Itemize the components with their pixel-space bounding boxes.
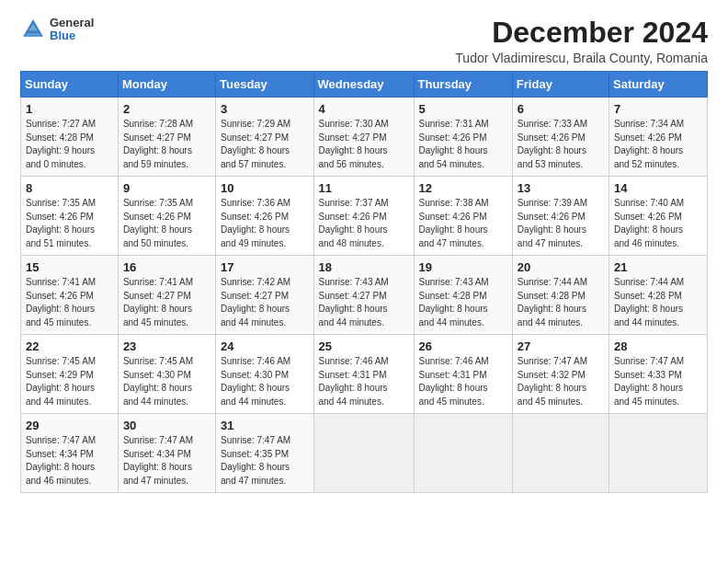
day-number: 2 — [123, 102, 210, 116]
day-info: Sunrise: 7:45 AMSunset: 4:29 PMDaylight:… — [26, 355, 113, 408]
day-info: Sunrise: 7:31 AMSunset: 4:26 PMDaylight:… — [419, 118, 507, 171]
title-area: December 2024 Tudor Vladimirescu, Braila… — [455, 17, 708, 65]
day-number: 18 — [319, 260, 409, 274]
logo: General Blue — [20, 17, 94, 43]
calendar-cell: 24Sunrise: 7:46 AMSunset: 4:30 PMDayligh… — [216, 335, 313, 414]
day-number: 27 — [518, 339, 604, 353]
logo-icon — [20, 17, 46, 42]
day-info: Sunrise: 7:46 AMSunset: 4:31 PMDaylight:… — [419, 355, 507, 408]
day-info: Sunrise: 7:37 AMSunset: 4:26 PMDaylight:… — [319, 197, 409, 250]
logo-general: General — [50, 17, 94, 29]
calendar-header-thursday: Thursday — [414, 72, 512, 98]
calendar-cell: 14Sunrise: 7:40 AMSunset: 4:26 PMDayligh… — [609, 177, 707, 256]
calendar-cell: 28Sunrise: 7:47 AMSunset: 4:33 PMDayligh… — [609, 335, 707, 414]
day-info: Sunrise: 7:41 AMSunset: 4:26 PMDaylight:… — [26, 276, 113, 329]
calendar-cell: 15Sunrise: 7:41 AMSunset: 4:26 PMDayligh… — [21, 256, 119, 335]
day-number: 13 — [518, 181, 604, 195]
day-number: 9 — [123, 181, 210, 195]
day-info: Sunrise: 7:46 AMSunset: 4:31 PMDaylight:… — [319, 355, 409, 408]
calendar-cell: 22Sunrise: 7:45 AMSunset: 4:29 PMDayligh… — [21, 335, 119, 414]
day-info: Sunrise: 7:46 AMSunset: 4:30 PMDaylight:… — [221, 355, 308, 408]
calendar-cell: 2Sunrise: 7:28 AMSunset: 4:27 PMDaylight… — [118, 98, 215, 177]
calendar-week-0: 1Sunrise: 7:27 AMSunset: 4:28 PMDaylight… — [21, 98, 708, 177]
calendar-cell: 17Sunrise: 7:42 AMSunset: 4:27 PMDayligh… — [216, 256, 313, 335]
day-number: 25 — [319, 339, 409, 353]
day-info: Sunrise: 7:41 AMSunset: 4:27 PMDaylight:… — [123, 276, 210, 329]
svg-rect-2 — [28, 31, 39, 34]
day-number: 21 — [614, 260, 702, 274]
day-number: 19 — [419, 260, 507, 274]
logo-blue: Blue — [50, 29, 94, 42]
day-number: 6 — [518, 102, 604, 116]
day-number: 26 — [419, 339, 507, 353]
header: General Blue December 2024 Tudor Vladimi… — [20, 17, 708, 65]
calendar-cell: 18Sunrise: 7:43 AMSunset: 4:27 PMDayligh… — [313, 256, 414, 335]
calendar-cell: 16Sunrise: 7:41 AMSunset: 4:27 PMDayligh… — [118, 256, 215, 335]
calendar-cell: 27Sunrise: 7:47 AMSunset: 4:32 PMDayligh… — [512, 335, 609, 414]
calendar-header-tuesday: Tuesday — [216, 72, 313, 98]
day-info: Sunrise: 7:33 AMSunset: 4:26 PMDaylight:… — [518, 118, 604, 171]
day-number: 4 — [319, 102, 409, 116]
calendar-cell: 23Sunrise: 7:45 AMSunset: 4:30 PMDayligh… — [118, 335, 215, 414]
calendar-cell: 9Sunrise: 7:35 AMSunset: 4:26 PMDaylight… — [118, 177, 215, 256]
calendar-header-sunday: Sunday — [21, 72, 119, 98]
page: General Blue December 2024 Tudor Vladimi… — [0, 0, 728, 563]
day-number: 1 — [26, 102, 113, 116]
day-info: Sunrise: 7:47 AMSunset: 4:35 PMDaylight:… — [221, 434, 308, 488]
calendar-header-wednesday: Wednesday — [313, 72, 414, 98]
day-info: Sunrise: 7:35 AMSunset: 4:26 PMDaylight:… — [26, 197, 113, 250]
day-number: 5 — [419, 102, 507, 116]
calendar-cell: 7Sunrise: 7:34 AMSunset: 4:26 PMDaylight… — [609, 98, 707, 177]
day-number: 16 — [123, 260, 210, 274]
calendar-cell: 25Sunrise: 7:46 AMSunset: 4:31 PMDayligh… — [313, 335, 414, 414]
day-info: Sunrise: 7:47 AMSunset: 4:34 PMDaylight:… — [26, 434, 113, 488]
day-number: 11 — [319, 181, 409, 195]
day-info: Sunrise: 7:47 AMSunset: 4:34 PMDaylight:… — [123, 434, 210, 488]
day-number: 17 — [221, 260, 308, 274]
day-number: 24 — [221, 339, 308, 353]
day-info: Sunrise: 7:36 AMSunset: 4:26 PMDaylight:… — [221, 197, 308, 250]
day-number: 10 — [221, 181, 308, 195]
calendar-cell: 3Sunrise: 7:29 AMSunset: 4:27 PMDaylight… — [216, 98, 313, 177]
calendar-week-2: 15Sunrise: 7:41 AMSunset: 4:26 PMDayligh… — [21, 256, 708, 335]
calendar-cell: 6Sunrise: 7:33 AMSunset: 4:26 PMDaylight… — [512, 98, 609, 177]
subtitle: Tudor Vladimirescu, Braila County, Roman… — [455, 51, 708, 65]
calendar-week-4: 29Sunrise: 7:47 AMSunset: 4:34 PMDayligh… — [21, 414, 708, 493]
calendar-cell: 1Sunrise: 7:27 AMSunset: 4:28 PMDaylight… — [21, 98, 119, 177]
day-info: Sunrise: 7:27 AMSunset: 4:28 PMDaylight:… — [26, 118, 113, 171]
day-info: Sunrise: 7:44 AMSunset: 4:28 PMDaylight:… — [518, 276, 604, 329]
calendar-header-saturday: Saturday — [609, 72, 707, 98]
calendar-cell: 21Sunrise: 7:44 AMSunset: 4:28 PMDayligh… — [609, 256, 707, 335]
calendar-cell — [414, 414, 512, 493]
calendar-cell — [609, 414, 707, 493]
calendar-table: SundayMondayTuesdayWednesdayThursdayFrid… — [20, 71, 708, 493]
main-title: December 2024 — [455, 17, 708, 49]
day-number: 3 — [221, 102, 308, 116]
calendar-cell: 5Sunrise: 7:31 AMSunset: 4:26 PMDaylight… — [414, 98, 512, 177]
day-info: Sunrise: 7:28 AMSunset: 4:27 PMDaylight:… — [123, 118, 210, 171]
day-info: Sunrise: 7:30 AMSunset: 4:27 PMDaylight:… — [319, 118, 409, 171]
day-info: Sunrise: 7:34 AMSunset: 4:26 PMDaylight:… — [614, 118, 702, 171]
day-number: 12 — [419, 181, 507, 195]
day-number: 15 — [26, 260, 113, 274]
day-number: 23 — [123, 339, 210, 353]
calendar-cell: 13Sunrise: 7:39 AMSunset: 4:26 PMDayligh… — [512, 177, 609, 256]
day-number: 28 — [614, 339, 702, 353]
calendar-cell: 12Sunrise: 7:38 AMSunset: 4:26 PMDayligh… — [414, 177, 512, 256]
calendar-cell: 4Sunrise: 7:30 AMSunset: 4:27 PMDaylight… — [313, 98, 414, 177]
calendar-cell: 26Sunrise: 7:46 AMSunset: 4:31 PMDayligh… — [414, 335, 512, 414]
calendar-week-3: 22Sunrise: 7:45 AMSunset: 4:29 PMDayligh… — [21, 335, 708, 414]
day-number: 30 — [123, 419, 210, 432]
calendar-header-friday: Friday — [512, 72, 609, 98]
day-info: Sunrise: 7:38 AMSunset: 4:26 PMDaylight:… — [419, 197, 507, 250]
calendar-cell: 20Sunrise: 7:44 AMSunset: 4:28 PMDayligh… — [512, 256, 609, 335]
calendar-header-monday: Monday — [118, 72, 215, 98]
day-info: Sunrise: 7:44 AMSunset: 4:28 PMDaylight:… — [614, 276, 702, 329]
calendar-cell: 19Sunrise: 7:43 AMSunset: 4:28 PMDayligh… — [414, 256, 512, 335]
day-number: 20 — [518, 260, 604, 274]
day-info: Sunrise: 7:47 AMSunset: 4:32 PMDaylight:… — [518, 355, 604, 408]
calendar-week-1: 8Sunrise: 7:35 AMSunset: 4:26 PMDaylight… — [21, 177, 708, 256]
calendar-cell — [313, 414, 414, 493]
calendar-cell: 31Sunrise: 7:47 AMSunset: 4:35 PMDayligh… — [216, 414, 313, 493]
day-number: 29 — [26, 419, 113, 432]
